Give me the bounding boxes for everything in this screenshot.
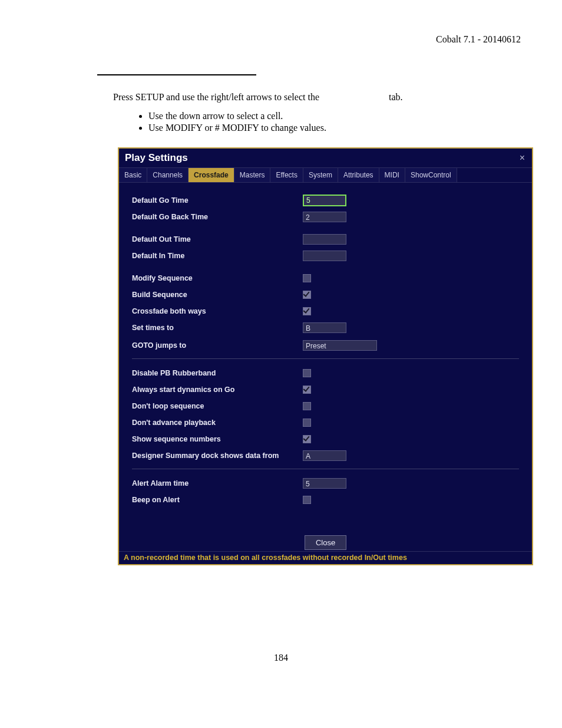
setting-label: Show sequence numbers	[132, 435, 303, 443]
setting-checkbox[interactable]	[303, 274, 311, 282]
close-icon[interactable]: ×	[518, 153, 526, 163]
intro-text: Press SETUP and use the right/left arrow…	[113, 92, 521, 103]
intro-suffix: tab.	[389, 92, 403, 102]
tab-channels[interactable]: Channels	[147, 168, 189, 182]
setting-field[interactable]: 2	[303, 212, 346, 222]
setting-label: Don't advance playback	[132, 419, 303, 427]
settings-content: Default Go Time5Default Go Back Time2Def…	[119, 183, 532, 514]
setting-field[interactable]: A	[303, 450, 346, 461]
setting-field[interactable]: B	[303, 322, 346, 333]
setting-checkbox[interactable]	[303, 386, 311, 394]
close-button[interactable]: Close	[305, 535, 346, 550]
setting-field[interactable]: 5	[303, 478, 346, 489]
setting-label: Designer Summary dock shows data from	[132, 452, 303, 460]
tab-bar: BasicChannelsCrossfadeMastersEffectsSyst…	[119, 168, 532, 183]
help-bar: A non-recorded time that is used on all …	[119, 551, 532, 564]
setting-field[interactable]	[303, 234, 346, 245]
tab-attributes[interactable]: Attributes	[338, 168, 379, 182]
tab-crossfade[interactable]: Crossfade	[189, 168, 234, 182]
tab-masters[interactable]: Masters	[234, 168, 271, 182]
setting-checkbox[interactable]	[303, 307, 311, 315]
setting-label: Beep on Alert	[132, 496, 303, 504]
setting-label: Modify Sequence	[132, 274, 303, 282]
instruction-list: Use the down arrow to select a cell.Use …	[134, 111, 521, 133]
setting-label: Default Out Time	[132, 235, 303, 243]
tab-basic[interactable]: Basic	[119, 168, 147, 182]
setting-checkbox[interactable]	[303, 496, 311, 504]
setting-checkbox[interactable]	[303, 419, 311, 427]
setting-checkbox[interactable]	[303, 369, 311, 377]
setting-checkbox[interactable]	[303, 291, 311, 299]
intro-prefix: Press SETUP and use the right/left arrow…	[113, 92, 319, 102]
tab-midi[interactable]: MIDI	[379, 168, 405, 182]
setting-label: Don't loop sequence	[132, 402, 303, 410]
setting-label: Crossfade both ways	[132, 307, 303, 315]
setting-label: Always start dynamics on Go	[132, 386, 303, 394]
setting-label: Default Go Time	[132, 196, 303, 205]
titlebar: Play Settings ×	[119, 149, 532, 168]
setting-label: Build Sequence	[132, 291, 303, 299]
setting-label: Default In Time	[132, 252, 303, 260]
group-divider	[132, 469, 519, 469]
setting-label: Default Go Back Time	[132, 213, 303, 221]
instruction-item: Use the down arrow to select a cell.	[148, 111, 521, 121]
setting-checkbox[interactable]	[303, 402, 311, 410]
setting-label: Alert Alarm time	[132, 479, 303, 487]
page-number: 184	[0, 653, 562, 663]
setting-label: Disable PB Rubberband	[132, 369, 303, 377]
window-title: Play Settings	[125, 152, 188, 164]
tab-effects[interactable]: Effects	[270, 168, 303, 182]
tab-system[interactable]: System	[303, 168, 338, 182]
setting-checkbox[interactable]	[303, 435, 311, 443]
section-rule	[97, 74, 256, 75]
setting-field[interactable]	[303, 251, 346, 261]
setting-field[interactable]: Preset	[303, 340, 377, 351]
group-divider	[132, 358, 519, 359]
setting-field[interactable]: 5	[303, 195, 346, 206]
setting-label: Set times to	[132, 324, 303, 332]
play-settings-window: Play Settings × BasicChannelsCrossfadeMa…	[118, 147, 533, 565]
document-header: Cobalt 7.1 - 20140612	[41, 34, 521, 45]
setting-label: GOTO jumps to	[132, 341, 303, 350]
footer-area: Close	[119, 514, 532, 551]
tab-showcontrol[interactable]: ShowControl	[405, 168, 457, 182]
instruction-item: Use MODIFY or # MODIFY to change values.	[148, 123, 521, 133]
